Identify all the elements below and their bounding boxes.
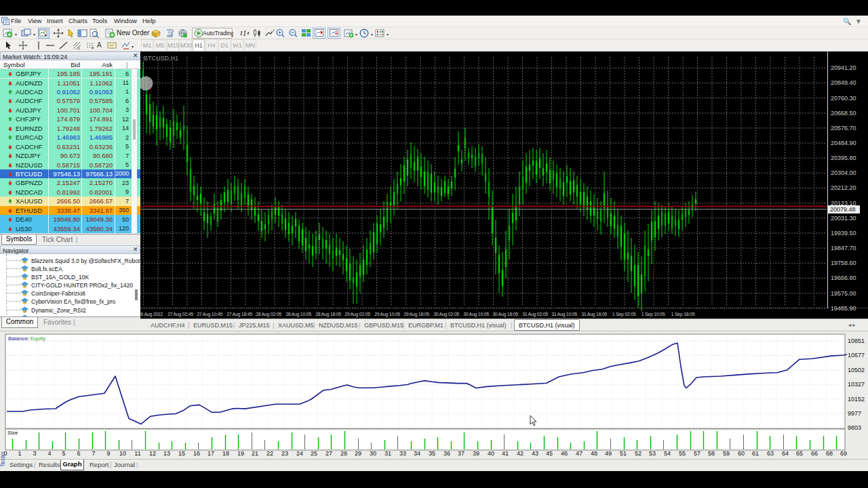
svg-text:58: 58	[708, 450, 715, 457]
svg-text:49: 49	[605, 450, 612, 457]
svg-text:23: 23	[281, 450, 288, 457]
svg-text:BTCUSD,H1: BTCUSD,H1	[144, 55, 178, 62]
svg-text:28 Aug 18:05: 28 Aug 18:05	[315, 312, 341, 317]
svg-text:1 Sep 10:05: 1 Sep 10:05	[642, 312, 665, 317]
svg-text:52: 52	[635, 450, 642, 457]
svg-text:55: 55	[679, 450, 686, 457]
svg-text:45: 45	[546, 450, 553, 457]
svg-text:69: 69	[840, 450, 847, 457]
svg-text:5: 5	[62, 450, 65, 457]
svg-text:60: 60	[738, 450, 745, 457]
svg-text:9: 9	[106, 450, 110, 457]
svg-text:27 Aug 10:45: 27 Aug 10:45	[197, 312, 222, 317]
svg-text:68: 68	[826, 450, 833, 457]
svg-text:40: 40	[488, 450, 494, 457]
svg-text:17: 17	[208, 450, 214, 457]
svg-text:20395.80: 20395.80	[831, 155, 856, 161]
svg-text:34: 34	[414, 450, 420, 457]
svg-text:10677: 10677	[848, 352, 865, 359]
svg-text:20668.50: 20668.50	[831, 110, 856, 117]
svg-text:35: 35	[429, 450, 435, 457]
svg-text:19939.50: 19939.50	[831, 230, 856, 237]
svg-text:Equity: Equity	[31, 336, 45, 342]
svg-text:19575.00: 19575.00	[831, 290, 856, 297]
svg-text:1: 1	[18, 450, 21, 457]
svg-text:10851: 10851	[848, 338, 865, 344]
svg-text:28 Aug 10:05: 28 Aug 10:05	[285, 312, 311, 317]
svg-text:41: 41	[502, 450, 509, 457]
svg-text:1 Sep 18:05: 1 Sep 18:05	[671, 312, 695, 317]
svg-text:19847.70: 19847.70	[831, 245, 856, 251]
svg-text:F: F	[92, 46, 94, 50]
svg-text:30 Aug 02:05: 30 Aug 02:05	[433, 312, 459, 317]
svg-text:22: 22	[267, 450, 273, 457]
svg-text:31 Aug 18:05: 31 Aug 18:05	[581, 312, 607, 317]
svg-text:Size: Size	[7, 430, 18, 436]
svg-text:33: 33	[399, 450, 406, 457]
svg-text:59: 59	[723, 450, 730, 457]
svg-text:9977: 9977	[848, 410, 861, 417]
svg-text:31 Aug 10:05: 31 Aug 10:05	[551, 312, 577, 317]
svg-text:11: 11	[134, 450, 140, 457]
svg-text:64: 64	[782, 450, 789, 457]
svg-text:27 Aug 18:45: 27 Aug 18:45	[226, 312, 252, 317]
svg-text:43: 43	[532, 450, 538, 457]
svg-text:53: 53	[649, 450, 656, 457]
svg-text:20849.40: 20849.40	[831, 79, 856, 86]
svg-text:20484.90: 20484.90	[831, 140, 856, 146]
svg-text:4: 4	[47, 450, 51, 457]
svg-text:1 Sep 02:05: 1 Sep 02:05	[612, 312, 636, 317]
svg-text:6: 6	[77, 450, 80, 457]
svg-text:30 Aug 18:05: 30 Aug 18:05	[492, 312, 518, 317]
svg-text:20941.20: 20941.20	[831, 64, 856, 71]
svg-text:28 Aug 02:05: 28 Aug 02:05	[256, 312, 281, 317]
svg-text:27 Aug 02:45: 27 Aug 02:45	[167, 312, 193, 317]
svg-text:10: 10	[119, 450, 126, 457]
svg-text:37: 37	[458, 450, 465, 457]
svg-text:20760.30: 20760.30	[831, 95, 856, 102]
svg-text:20079.48: 20079.48	[830, 206, 856, 213]
svg-text:13: 13	[163, 450, 170, 457]
svg-text:61: 61	[752, 450, 759, 457]
svg-text:10152: 10152	[848, 396, 865, 403]
svg-text:30 Aug 10:05: 30 Aug 10:05	[463, 312, 489, 317]
svg-text:20304.00: 20304.00	[831, 169, 856, 176]
svg-text:65: 65	[796, 450, 803, 457]
svg-text:19485.90: 19485.90	[831, 305, 856, 312]
svg-text:29 Aug 02:05: 29 Aug 02:05	[344, 312, 370, 317]
svg-text:Balance: Balance	[8, 336, 28, 342]
svg-text:39: 39	[473, 450, 479, 457]
svg-text:47: 47	[576, 450, 583, 457]
svg-text:19666.80: 19666.80	[831, 274, 856, 281]
svg-text:28: 28	[340, 450, 347, 457]
svg-text:20576.70: 20576.70	[831, 125, 856, 131]
svg-text:27: 27	[326, 450, 332, 457]
svg-text:30: 30	[370, 450, 376, 457]
svg-text:25: 25	[311, 450, 317, 457]
svg-text:51: 51	[620, 450, 627, 457]
svg-text:12: 12	[149, 450, 156, 457]
svg-text:29 Aug 10:05: 29 Aug 10:05	[374, 312, 400, 317]
svg-text:66: 66	[811, 450, 818, 457]
svg-text:19: 19	[237, 450, 244, 457]
svg-text:18: 18	[222, 450, 229, 457]
svg-text:19758.60: 19758.60	[831, 260, 856, 266]
svg-text:10327: 10327	[848, 381, 865, 388]
svg-text:63: 63	[767, 450, 774, 457]
svg-text:54: 54	[664, 450, 671, 457]
svg-text:10502: 10502	[848, 367, 865, 373]
svg-text:29: 29	[355, 450, 361, 457]
svg-text:9803: 9803	[848, 424, 861, 431]
svg-text:31 Aug 02:05: 31 Aug 02:05	[522, 312, 548, 317]
svg-text:3: 3	[33, 450, 36, 457]
svg-text:16: 16	[193, 450, 200, 457]
svg-text:7: 7	[92, 450, 95, 457]
svg-text:29 Aug 18:05: 29 Aug 18:05	[403, 312, 429, 317]
svg-text:31: 31	[384, 450, 391, 457]
svg-text:26 Aug 2022: 26 Aug 2022	[140, 312, 163, 317]
svg-text:20031.30: 20031.30	[831, 215, 856, 222]
svg-text:36: 36	[443, 450, 450, 457]
svg-text:24: 24	[296, 450, 303, 457]
svg-text:42: 42	[517, 450, 524, 457]
svg-text:46: 46	[561, 450, 568, 457]
